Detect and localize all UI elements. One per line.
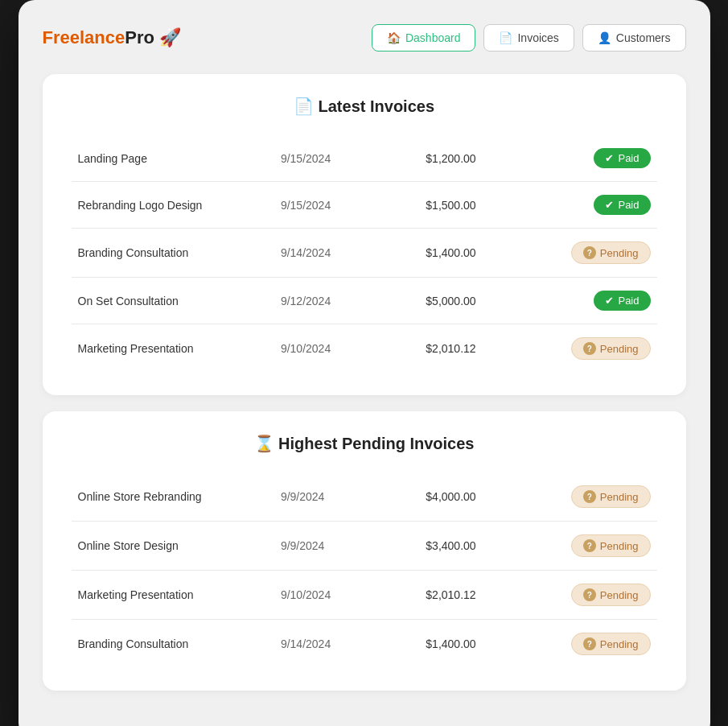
- table-row: Online Store Design9/9/2024$3,400.00? Pe…: [72, 522, 657, 571]
- status-badge: ? Pending: [571, 337, 651, 360]
- nav-customers-label: Customers: [616, 31, 671, 44]
- invoice-name: Landing Page: [72, 135, 274, 182]
- pending-icon: ?: [583, 539, 596, 552]
- status-badge: ? Pending: [571, 241, 651, 264]
- invoice-name: Branding Consultation: [72, 620, 274, 669]
- pending-invoices-table: Online Store Rebranding9/9/2024$4,000.00…: [72, 472, 657, 668]
- logo-text-freelance: Freelance: [43, 27, 125, 47]
- invoice-status: ? Pending: [565, 472, 657, 522]
- invoice-name: Online Store Rebranding: [72, 472, 274, 522]
- status-badge: ✔ Paid: [594, 195, 650, 215]
- table-row: Branding Consultation9/14/2024$1,400.00?…: [72, 620, 657, 669]
- paid-icon: ✔: [605, 295, 614, 307]
- invoice-name: Branding Consultation: [72, 229, 274, 278]
- latest-invoices-card: 📄 Latest Invoices Landing Page9/15/2024$…: [43, 74, 686, 395]
- dashboard-icon: 🏠: [387, 31, 401, 44]
- invoice-date: 9/14/2024: [274, 229, 419, 278]
- table-row: Landing Page9/15/2024$1,200.00✔ Paid: [72, 135, 657, 182]
- invoice-amount: $1,400.00: [419, 229, 564, 278]
- invoice-amount: $1,500.00: [419, 182, 564, 229]
- invoice-date: 9/10/2024: [274, 324, 419, 373]
- status-badge: ? Pending: [571, 534, 651, 557]
- nav-invoices-label: Invoices: [517, 31, 558, 44]
- invoice-status: ✔ Paid: [565, 182, 657, 229]
- invoice-status: ? Pending: [565, 571, 657, 620]
- invoice-amount: $1,400.00: [419, 620, 564, 669]
- paid-icon: ✔: [605, 199, 614, 211]
- invoice-status: ? Pending: [565, 620, 657, 669]
- invoice-status: ? Pending: [565, 522, 657, 571]
- status-badge: ✔ Paid: [594, 291, 650, 311]
- nav-customers[interactable]: 👤 Customers: [582, 24, 686, 52]
- table-row: Branding Consultation9/14/2024$1,400.00?…: [72, 229, 657, 278]
- invoice-date: 9/10/2024: [274, 571, 419, 620]
- latest-invoices-title: 📄 Latest Invoices: [72, 97, 657, 116]
- invoice-date: 9/12/2024: [274, 278, 419, 324]
- status-badge: ? Pending: [571, 633, 651, 655]
- invoice-name: Marketing Presentation: [72, 324, 274, 373]
- invoice-date: 9/14/2024: [274, 620, 419, 669]
- invoice-amount: $3,400.00: [419, 522, 564, 571]
- logo-emoji: 🚀: [159, 27, 181, 47]
- table-row: Marketing Presentation9/10/2024$2,010.12…: [72, 571, 657, 620]
- main-nav: 🏠 Dashboard 📄 Invoices 👤 Customers: [372, 24, 686, 52]
- invoices-icon: 📄: [499, 31, 512, 44]
- table-row: Rebranding Logo Design9/15/2024$1,500.00…: [72, 182, 657, 229]
- logo: FreelancePro 🚀: [43, 27, 182, 48]
- latest-invoices-table: Landing Page9/15/2024$1,200.00✔ PaidRebr…: [72, 135, 657, 373]
- customers-icon: 👤: [598, 31, 611, 44]
- pending-icon: ?: [583, 637, 596, 650]
- invoice-name: Rebranding Logo Design: [72, 182, 274, 229]
- table-row: Marketing Presentation9/10/2024$2,010.12…: [72, 324, 657, 373]
- status-badge: ? Pending: [571, 584, 651, 606]
- status-badge: ? Pending: [571, 485, 651, 508]
- status-badge: ✔ Paid: [594, 148, 650, 168]
- invoice-status: ✔ Paid: [565, 135, 657, 182]
- invoice-date: 9/9/2024: [274, 522, 419, 571]
- invoice-amount: $5,000.00: [419, 278, 564, 324]
- invoice-status: ? Pending: [565, 324, 657, 373]
- invoice-date: 9/15/2024: [274, 182, 419, 229]
- pending-icon: ?: [583, 490, 596, 503]
- invoice-amount: $2,010.12: [419, 571, 564, 620]
- invoice-status: ? Pending: [565, 229, 657, 278]
- paid-icon: ✔: [605, 152, 614, 164]
- nav-dashboard[interactable]: 🏠 Dashboard: [372, 24, 476, 52]
- nav-dashboard-label: Dashboard: [405, 31, 461, 44]
- table-row: Online Store Rebranding9/9/2024$4,000.00…: [72, 472, 657, 522]
- app-container: FreelancePro 🚀 🏠 Dashboard 📄 Invoices 👤 …: [19, 0, 710, 726]
- invoice-date: 9/15/2024: [274, 135, 419, 182]
- invoice-amount: $2,010.12: [419, 324, 564, 373]
- pending-invoices-card: ⌛ Highest Pending Invoices Online Store …: [43, 411, 686, 691]
- invoice-amount: $1,200.00: [419, 135, 564, 182]
- nav-invoices[interactable]: 📄 Invoices: [483, 24, 574, 52]
- invoice-name: Marketing Presentation: [72, 571, 274, 620]
- table-row: On Set Consultation9/12/2024$5,000.00✔ P…: [72, 278, 657, 324]
- invoice-name: Online Store Design: [72, 522, 274, 571]
- invoice-name: On Set Consultation: [72, 278, 274, 324]
- invoice-status: ✔ Paid: [565, 278, 657, 324]
- invoice-amount: $4,000.00: [419, 472, 564, 522]
- pending-invoices-title: ⌛ Highest Pending Invoices: [72, 434, 657, 453]
- pending-icon: ?: [583, 342, 596, 355]
- header: FreelancePro 🚀 🏠 Dashboard 📄 Invoices 👤 …: [43, 24, 686, 52]
- pending-icon: ?: [583, 588, 596, 601]
- pending-icon: ?: [583, 246, 596, 259]
- invoice-date: 9/9/2024: [274, 472, 419, 522]
- logo-text-pro: Pro: [125, 27, 154, 47]
